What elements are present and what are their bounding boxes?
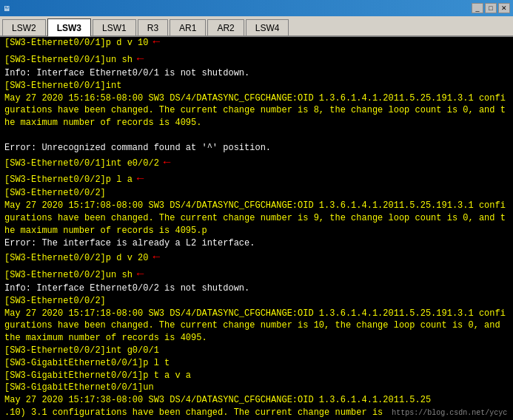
tab-r3[interactable]: R3 [138,19,168,35]
arrow-icon: ← [152,251,160,264]
arrow-icon: ← [137,52,144,66]
terminal-line: [SW3-Ethernet0/0/2]int g0/0/1 [4,345,509,357]
terminal-line: [SW3-Ethernet0/0/2]p l a← [4,171,509,187]
terminal-line: May 27 2020 15:16:58-08:00 SW3 DS/4/DATA… [4,92,509,129]
arrow-icon: ← [152,37,160,49]
tab-lsw1[interactable]: LSW1 [93,19,136,35]
arrow-icon: ← [137,172,144,186]
terminal-line: Info: Interface Ethernet0/0/1 is not shu… [4,67,509,80]
terminal-line: [SW3-Ethernet0/0/1]int e0/0/2← [4,155,509,171]
terminal-line: [SW3-Ethernet0/0/1]un sh← [4,51,509,67]
terminal-line: May 27 2020 15:17:38-08:00 SW3 DS/4/DATA… [4,394,509,407]
tab-lsw2[interactable]: LSW2 [2,19,46,35]
window-controls: _ □ ✕ [472,3,510,13]
terminal-line: Info: Interface Ethernet0/0/2 is not shu… [4,282,509,295]
terminal-line: [SW3-Ethernet0/0/2]un sh← [4,266,509,282]
terminal-line: .10) 3.1 configurations have been change… [4,407,509,420]
arrow-icon: ← [164,156,171,169]
maximize-button[interactable]: □ [485,3,497,13]
terminal-line: [SW3-GigabitEthernet0/0/1]p t a v a [4,370,509,382]
terminal-output[interactable]: [SW3]int e0/0/1←[SW3-Ethernet0/0/1]p l a… [0,37,513,420]
terminal-line: [SW3-Ethernet0/0/2] [4,295,509,308]
tab-ar1[interactable]: AR1 [170,19,206,35]
tab-lsw3[interactable]: LSW3 [47,18,91,36]
minimize-button[interactable]: _ [472,3,483,13]
close-button[interactable]: ✕ [498,3,510,13]
terminal-line: [SW3-Ethernet0/0/2]p d v 20← [4,249,509,265]
title-icon: 🖥 [3,4,10,13]
terminal-line: [SW3-Ethernet0/0/1]int [4,80,509,92]
terminal-wrapper: [SW3]int e0/0/1←[SW3-Ethernet0/0/1]p l a… [0,37,513,420]
tab-ar2[interactable]: AR2 [207,19,244,35]
terminal-line: May 27 2020 15:17:08-08:00 SW3 DS/4/DATA… [4,200,509,237]
terminal-line [4,129,509,142]
terminal-line: Error: The interface is already a L2 int… [4,237,509,250]
terminal-line: [SW3-GigabitEthernet0/0/1]un [4,382,509,394]
terminal-line: Error: Unrecognized command found at '^'… [4,142,509,155]
terminal-line: [SW3-Ethernet0/0/2] [4,187,509,200]
tab-lsw4[interactable]: LSW4 [246,19,289,35]
terminal-line: May 27 2020 15:17:18-08:00 SW3 DS/4/DATA… [4,308,509,345]
tab-bar: LSW2LSW3LSW1R3AR1AR2LSW4 [0,16,513,37]
arrow-icon: ← [137,268,144,281]
title-bar: 🖥 _ □ ✕ [0,0,513,16]
terminal-line: [SW3-GigabitEthernet0/0/1]p l t [4,357,509,370]
terminal-line: [SW3-Ethernet0/0/1]p d v 10← [4,37,509,51]
